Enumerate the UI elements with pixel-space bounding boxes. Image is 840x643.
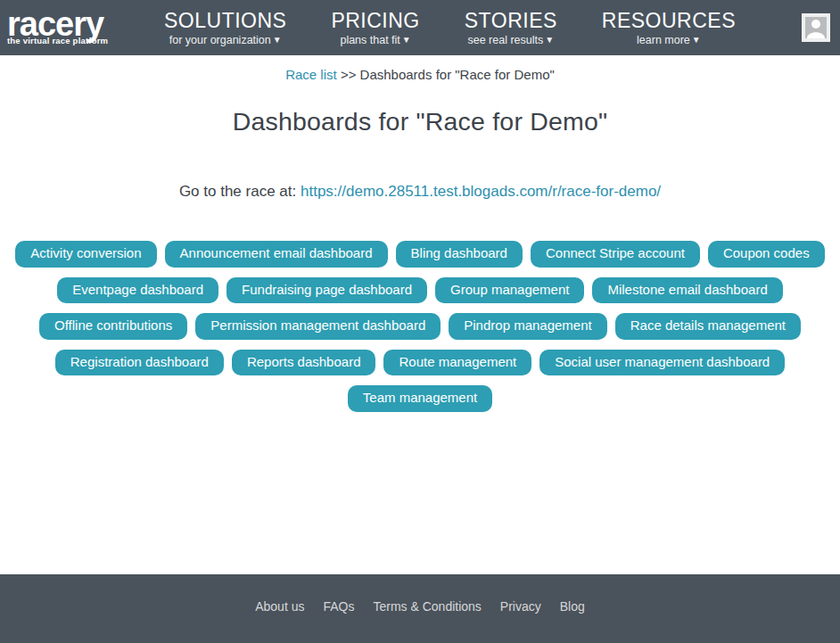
nav-label: STORIES [465, 9, 557, 32]
dashboard-button-milestone-email[interactable]: Milestone email dashboard [592, 277, 782, 304]
dashboard-button-reports[interactable]: Reports dashboard [232, 350, 376, 376]
footer-link-terms[interactable]: Terms & Conditions [373, 599, 481, 614]
nav-item-pricing[interactable]: PRICING plans that fit▼ [331, 9, 419, 45]
nav-item-stories[interactable]: STORIES see real results▼ [465, 9, 557, 45]
dashboard-button-activity-conversion[interactable]: Activity conversion [15, 241, 156, 268]
breadcrumb-race-list-link[interactable]: Race list [285, 67, 337, 82]
dashboard-button-fundraising-page[interactable]: Fundraising page dashboard [226, 277, 427, 304]
dashboard-button-connect-stripe[interactable]: Connect Stripe account [531, 241, 700, 268]
dashboard-button-group-management[interactable]: Group management [435, 277, 584, 304]
main-nav: SOLUTIONS for your organization▼ PRICING… [164, 9, 736, 45]
user-account-button[interactable] [802, 13, 830, 42]
nav-item-solutions[interactable]: SOLUTIONS for your organization▼ [164, 9, 286, 45]
race-link-prefix: Go to the race at: [179, 183, 296, 200]
dashboard-button-bling[interactable]: Bling dashboard [396, 241, 523, 268]
dashboard-button-offline-contributions[interactable]: Offline contributions [39, 313, 187, 340]
chevron-down-icon: ▼ [692, 35, 701, 45]
dashboard-button-race-details[interactable]: Race details management [615, 313, 801, 340]
dashboard-button-eventpage[interactable]: Eventpage dashboard [57, 277, 218, 304]
site-footer: About us FAQs Terms & Conditions Privacy… [0, 574, 840, 643]
main-content: Race list >> Dashboards for "Race for De… [0, 55, 840, 574]
user-avatar-icon [806, 17, 826, 38]
dashboard-button-registration[interactable]: Registration dashboard [55, 350, 224, 376]
dashboard-button-grid: Activity conversion Announcement email d… [0, 241, 840, 412]
site-header: racery the virtual race platform SOLUTIO… [0, 0, 840, 55]
dashboard-button-row: Offline contributions Permission managem… [0, 313, 840, 340]
nav-label: PRICING [331, 9, 419, 32]
nav-sublabel: learn more▼ [602, 34, 736, 46]
dashboard-button-announcement-email[interactable]: Announcement email dashboard [165, 241, 388, 268]
chevron-down-icon: ▼ [402, 35, 411, 45]
footer-link-privacy[interactable]: Privacy [500, 599, 541, 614]
dashboard-button-row: Team management [0, 385, 840, 412]
dashboard-button-permission-management[interactable]: Permission management dashboard [195, 313, 441, 340]
chevron-down-icon: ▼ [545, 35, 554, 45]
race-link-line: Go to the race at: https://demo.28511.te… [0, 183, 840, 201]
nav-item-resources[interactable]: RESOURCES learn more▼ [602, 9, 736, 45]
logo-tagline: the virtual race platform [7, 37, 141, 45]
footer-link-about-us[interactable]: About us [255, 599, 304, 614]
dashboard-button-row: Eventpage dashboard Fundraising page das… [0, 277, 840, 304]
dashboard-button-social-user-management[interactable]: Social user management dashboard [539, 350, 785, 376]
nav-label: RESOURCES [602, 9, 736, 32]
dashboard-button-team-management[interactable]: Team management [348, 385, 492, 412]
nav-sublabel: for your organization▼ [164, 34, 286, 46]
breadcrumb-current: Dashboards for "Race for Demo" [360, 67, 555, 82]
racery-logo[interactable]: racery the virtual race platform [7, 11, 141, 45]
footer-links: About us FAQs Terms & Conditions Privacy… [255, 599, 585, 614]
dashboard-button-route-management[interactable]: Route management [383, 350, 531, 376]
race-url-link[interactable]: https://demo.28511.test.blogads.com/r/ra… [301, 183, 661, 200]
dashboard-button-row: Registration dashboard Reports dashboard… [0, 350, 840, 376]
nav-sublabel: plans that fit▼ [331, 34, 419, 46]
chevron-down-icon: ▼ [273, 35, 282, 45]
breadcrumb: Race list >> Dashboards for "Race for De… [0, 55, 840, 82]
nav-label: SOLUTIONS [164, 9, 286, 32]
nav-sublabel: see real results▼ [465, 34, 557, 46]
breadcrumb-separator: >> [341, 67, 357, 82]
dashboard-button-pindrop-management[interactable]: Pindrop management [449, 313, 606, 340]
page-title: Dashboards for "Race for Demo" [0, 107, 840, 136]
footer-link-faqs[interactable]: FAQs [323, 599, 354, 614]
footer-link-blog[interactable]: Blog [560, 599, 585, 614]
dashboard-button-row: Activity conversion Announcement email d… [0, 241, 840, 268]
dashboard-button-coupon-codes[interactable]: Coupon codes [708, 241, 825, 268]
